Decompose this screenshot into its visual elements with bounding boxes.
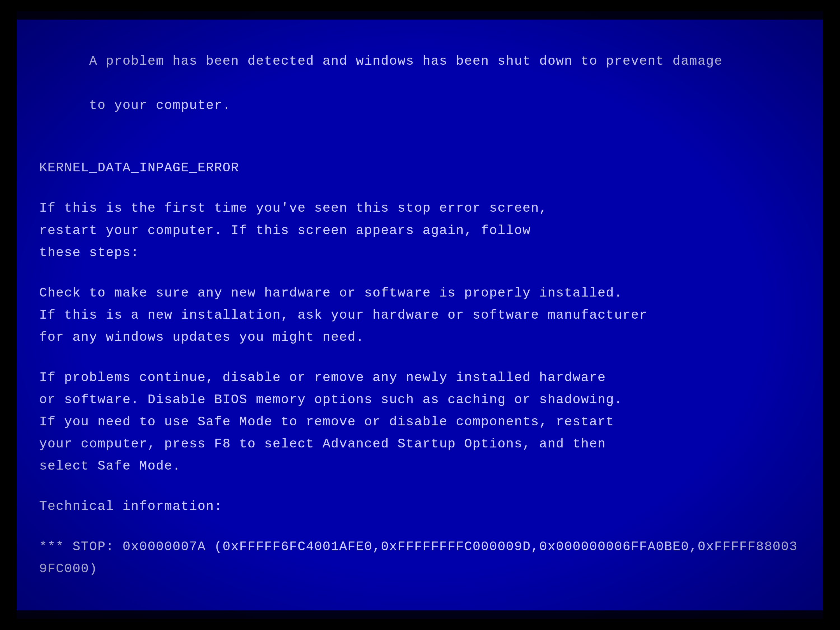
error-code: KERNEL_DATA_INPAGE_ERROR <box>39 157 801 179</box>
top-bezel <box>17 11 823 20</box>
stop-line: *** STOP: 0x0000007A (0xFFFFF6FC4001AFE0… <box>39 536 801 580</box>
first-time-para: If this is the first time you've seen th… <box>39 197 801 264</box>
screen-outer: A problem has been detected and windows … <box>0 0 840 630</box>
bottom-bezel <box>17 610 823 619</box>
technical-header: Technical information: <box>39 495 801 518</box>
intro-line1: A problem has been detected and windows … <box>89 54 723 69</box>
bsod-screen: A problem has been detected and windows … <box>17 11 823 619</box>
check-para: Check to make sure any new hardware or s… <box>39 282 801 348</box>
intro-line2: to your computer. <box>89 98 231 113</box>
intro-text: A problem has been detected and windows … <box>39 28 801 139</box>
problems-para: If problems continue, disable or remove … <box>39 366 801 477</box>
